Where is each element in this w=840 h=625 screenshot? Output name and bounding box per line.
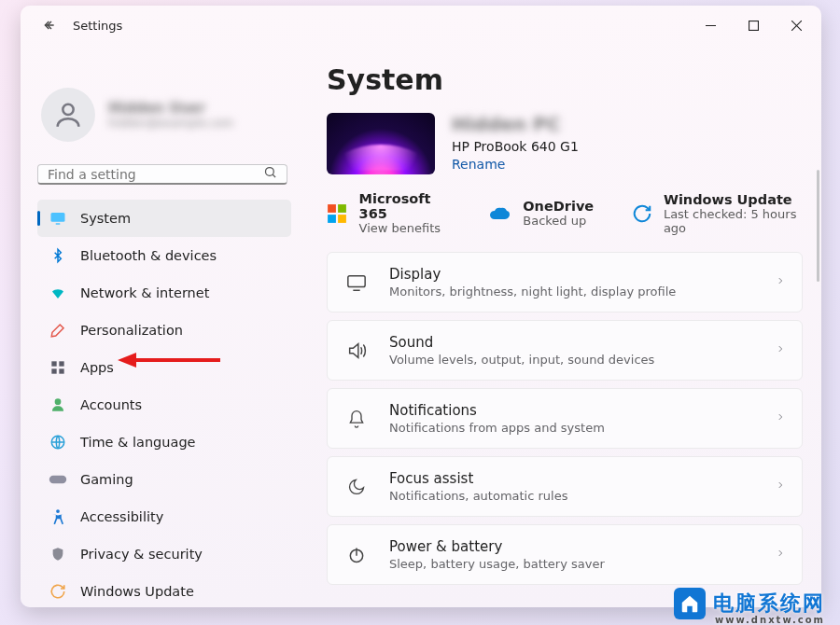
sidebar-item-time[interactable]: Time & language	[37, 424, 291, 461]
sidebar-item-label: Accounts	[80, 397, 142, 412]
card-title: Sound	[389, 334, 654, 351]
apps-icon	[49, 358, 67, 377]
card-title: Focus assist	[389, 470, 567, 487]
svg-rect-21	[338, 215, 346, 223]
back-button[interactable]	[34, 9, 65, 41]
maximize-icon	[749, 21, 759, 31]
avatar	[41, 88, 95, 142]
card-title: Display	[389, 266, 676, 283]
device-name: Hidden PC	[452, 113, 579, 135]
search-box[interactable]	[37, 164, 287, 185]
status-sub: Last checked: 5 hours ago	[664, 207, 803, 235]
svg-rect-12	[51, 368, 56, 373]
svg-point-5	[63, 104, 73, 115]
card-focus[interactable]: Focus assistNotifications, automatic rul…	[327, 456, 803, 517]
minimize-button[interactable]	[689, 10, 732, 40]
svg-rect-16	[49, 476, 66, 483]
status-update[interactable]: Windows Update Last checked: 5 hours ago	[631, 191, 803, 235]
sidebar-item-label: Personalization	[80, 323, 183, 338]
chevron-right-icon	[776, 410, 785, 427]
svg-rect-10	[51, 361, 56, 366]
titlebar: Settings	[21, 6, 821, 45]
svg-rect-20	[328, 215, 336, 223]
svg-rect-18	[328, 204, 336, 213]
card-display[interactable]: DisplayMonitors, brightness, night light…	[327, 252, 803, 312]
sidebar-item-network[interactable]: Network & internet	[37, 274, 291, 312]
sidebar-item-accessibility[interactable]: Accessibility	[37, 498, 291, 535]
sidebar-nav: SystemBluetooth & devicesNetwork & inter…	[37, 200, 291, 607]
bell-icon	[344, 407, 369, 431]
globe-icon	[49, 433, 67, 451]
watermark-url: www.dnxtw.com	[715, 615, 825, 625]
shield-icon	[49, 545, 67, 563]
svg-point-6	[266, 168, 274, 176]
device-block: Hidden PC HP ProBook 640 G1 Rename	[327, 113, 803, 174]
person-icon	[52, 99, 84, 131]
status-onedrive[interactable]: OneDrive Backed up	[487, 191, 594, 235]
card-sound[interactable]: SoundVolume levels, output, input, sound…	[327, 320, 803, 381]
power-icon	[344, 543, 369, 567]
gamepad-icon	[49, 470, 67, 489]
rename-link[interactable]: Rename	[452, 157, 579, 172]
onedrive-icon	[487, 201, 511, 226]
minimize-icon	[706, 21, 716, 31]
svg-point-14	[55, 398, 62, 405]
svg-rect-9	[56, 223, 61, 225]
sidebar-item-gaming[interactable]: Gaming	[37, 461, 291, 498]
maximize-button[interactable]	[732, 10, 775, 40]
svg-rect-19	[338, 204, 346, 213]
sidebar-item-privacy[interactable]: Privacy & security	[37, 535, 291, 573]
status-m365[interactable]: Microsoft 365 View benefits	[327, 191, 450, 235]
status-sub: Backed up	[523, 214, 594, 228]
card-subtitle: Notifications from apps and system	[389, 421, 605, 435]
sidebar-item-system[interactable]: System	[37, 200, 291, 237]
m365-icon	[327, 201, 348, 226]
svg-rect-8	[51, 213, 65, 222]
card-subtitle: Volume levels, output, input, sound devi…	[389, 353, 654, 367]
profile-email: hidden@example.com	[108, 117, 233, 130]
sidebar-item-label: Gaming	[80, 472, 133, 487]
bluetooth-icon	[49, 246, 67, 265]
person-icon	[49, 396, 67, 414]
card-subtitle: Sleep, battery usage, battery saver	[389, 557, 605, 571]
status-title: Microsoft 365	[359, 191, 451, 221]
search-input[interactable]	[48, 167, 263, 182]
svg-rect-11	[59, 361, 63, 366]
sidebar: Hidden User hidden@example.com SystemBlu…	[21, 45, 301, 607]
card-subtitle: Notifications, automatic rules	[389, 489, 567, 503]
sidebar-item-bluetooth[interactable]: Bluetooth & devices	[37, 237, 291, 274]
sidebar-item-personalize[interactable]: Personalization	[37, 312, 291, 349]
card-power[interactable]: Power & batterySleep, battery usage, bat…	[327, 524, 803, 585]
close-icon	[791, 21, 802, 31]
chevron-right-icon	[776, 273, 785, 291]
card-title: Power & battery	[389, 538, 605, 555]
scrollbar[interactable]	[817, 170, 819, 282]
chevron-right-icon	[776, 478, 785, 495]
sidebar-item-label: Privacy & security	[80, 547, 203, 562]
accessibility-icon	[49, 507, 67, 526]
search-icon	[263, 165, 277, 183]
status-sub: View benefits	[359, 221, 451, 235]
sidebar-item-label: Accessibility	[80, 509, 163, 524]
device-model: HP ProBook 640 G1	[452, 139, 579, 154]
sidebar-item-update[interactable]: Windows Update	[37, 573, 291, 607]
status-title: OneDrive	[523, 199, 594, 214]
sidebar-item-label: System	[80, 211, 131, 226]
svg-rect-22	[348, 275, 365, 286]
watermark: 电脑系统网 www.dnxtw.com	[674, 588, 825, 619]
profile-block[interactable]: Hidden User hidden@example.com	[37, 50, 291, 160]
card-title: Notifications	[389, 402, 605, 419]
sidebar-item-accounts[interactable]: Accounts	[37, 386, 291, 424]
sidebar-item-apps[interactable]: Apps	[37, 349, 291, 386]
chevron-right-icon	[776, 546, 785, 563]
update-icon	[49, 582, 67, 601]
moon-icon	[344, 475, 369, 499]
settings-window: Settings Hidden User hidden@example.com	[21, 6, 821, 607]
profile-name: Hidden User	[108, 100, 233, 117]
chevron-right-icon	[776, 341, 785, 359]
sidebar-item-label: Bluetooth & devices	[80, 248, 217, 263]
card-notifications[interactable]: NotificationsNotifications from apps and…	[327, 388, 803, 449]
sidebar-item-label: Windows Update	[80, 584, 194, 599]
status-row: Microsoft 365 View benefits OneDrive Bac…	[327, 191, 803, 235]
close-button[interactable]	[775, 10, 818, 40]
